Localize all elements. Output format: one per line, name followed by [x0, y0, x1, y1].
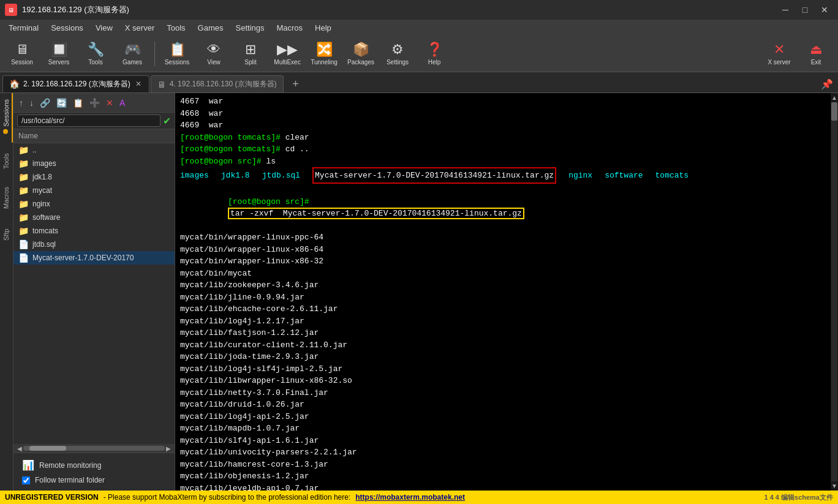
horizontal-scrollbar-track[interactable] — [23, 446, 165, 451]
term-line-20: mycat/lib/netty-3.7.0.Final.jar — [180, 387, 826, 399]
remote-monitoring-btn[interactable]: 📊 Remote monitoring — [17, 457, 171, 473]
fm-btn-font[interactable]: A — [118, 97, 127, 109]
sessions-label: Sessions — [165, 59, 190, 66]
toolbar-tunneling[interactable]: 🔀 Tunneling — [307, 38, 341, 70]
file-item-jdk18[interactable]: 📁 jdk1.8 — [13, 170, 175, 184]
file-name-tomcats: tomcats — [32, 227, 170, 235]
term-tar-cmd: [root@bogon src]# tar -zxvf Mycat-server… — [180, 184, 826, 231]
toolbar-exit[interactable]: ⏏ Exit — [799, 38, 833, 70]
file-item-nginx[interactable]: 📁 nginx — [13, 197, 175, 211]
toolbar-games[interactable]: 🎮 Games — [115, 38, 149, 70]
file-item-images[interactable]: 📁 images — [13, 157, 175, 170]
maximize-button[interactable]: □ — [796, 4, 813, 16]
fm-btn-delete[interactable]: ✕ — [104, 97, 115, 109]
tab-label-2: 4. 192.168.126.130 (京淘服务器) — [170, 79, 277, 89]
toolbar-settings[interactable]: ⚙ Settings — [380, 38, 415, 70]
menu-help[interactable]: Help — [309, 22, 338, 34]
file-item-mycat-tar[interactable]: 📄 Mycat-server-1.7.0-DEV-20170 — [13, 251, 175, 265]
terminal-content[interactable]: 4667 war 4668 war 4669 war [root@bogon t… — [175, 93, 831, 491]
folder-icon-jdk18: 📁 — [18, 172, 29, 182]
term-line-17: mycat/lib/joda-time-2.9.3.jar — [180, 351, 826, 363]
tab-active-1[interactable]: 🏠 2. 192.168.126.129 (京淘服务器) ✕ — [2, 75, 149, 92]
new-tab-button[interactable]: + — [287, 75, 304, 92]
term-line-25: mycat/lib/univocity-parsers-2.2.1.jar — [180, 446, 826, 459]
toolbar-xserver[interactable]: ✕ X server — [762, 38, 796, 70]
term-line-8: mycat/bin/wrapper-linux-x86-64 — [180, 244, 826, 256]
menu-games[interactable]: Games — [192, 22, 230, 34]
fm-btn-download[interactable]: ↓ — [28, 97, 36, 109]
horizontal-scrollbar-thumb[interactable] — [29, 446, 66, 451]
tab-label-1: 2. 192.168.126.129 (京淘服务器) — [23, 79, 130, 89]
menu-view[interactable]: View — [89, 22, 119, 34]
term-line-24: mycat/lib/slf4j-api-1.6.1.jar — [180, 435, 826, 447]
statusbar-support-text: - Please support MobaXterm by subscribin… — [104, 493, 351, 502]
path-input[interactable] — [17, 115, 160, 127]
games-label: Games — [123, 59, 142, 66]
vscroll-thumb[interactable] — [831, 102, 837, 121]
scroll-left-arrow[interactable]: ◀ — [16, 445, 23, 452]
toolbar-packages[interactable]: 📦 Packages — [344, 38, 378, 70]
menu-macros[interactable]: Macros — [270, 22, 309, 34]
statusbar-link[interactable]: https://mobaxterm.mobatek.net — [355, 493, 465, 502]
term-line-3: 4669 war — [180, 119, 826, 132]
vscroll-track[interactable] — [831, 102, 837, 481]
toolbar-multiexec[interactable]: ▶▶ MultiExec — [270, 38, 304, 70]
path-confirm-icon[interactable]: ✔ — [163, 115, 171, 127]
menu-xserver[interactable]: X server — [119, 22, 160, 34]
term-line-19: mycat/lib/libwrapper-linux-x86-32.so — [180, 375, 826, 387]
multiexec-label: MultiExec — [274, 59, 300, 66]
toolbar-tools[interactable]: 🔧 Tools — [78, 38, 113, 70]
menu-sessions[interactable]: Sessions — [45, 22, 89, 34]
folder-icon-images: 📁 — [18, 159, 29, 168]
tabbar-pin-icon[interactable]: 📌 — [818, 76, 836, 92]
folder-icon-nginx: 📁 — [18, 199, 29, 209]
fm-btn-refresh[interactable]: 🔄 — [55, 97, 69, 109]
toolbar-session[interactable]: 🖥 Session — [5, 38, 39, 70]
tar-command: tar -zxvf Mycat-server-1.7.0-DEV-2017041… — [228, 208, 524, 219]
toolbar-help[interactable]: ❓ Help — [417, 38, 451, 70]
fm-btn-add[interactable]: ➕ — [88, 97, 102, 109]
file-item-mycat[interactable]: 📁 mycat — [13, 184, 175, 197]
left-tab-sessions[interactable]: Sessions — [0, 93, 13, 143]
file-name-mycat-tar: Mycat-server-1.7.0-DEV-20170 — [32, 254, 170, 262]
ls-tomcats: tomcats — [655, 168, 689, 182]
follow-terminal-checkbox[interactable] — [22, 476, 30, 484]
help-icon: ❓ — [426, 42, 443, 58]
toolbar-separator-1 — [154, 42, 155, 66]
fm-btn-upload[interactable]: ↑ — [17, 97, 25, 109]
tab-close-1[interactable]: ✕ — [134, 80, 143, 88]
menu-tools[interactable]: Tools — [160, 22, 191, 34]
term-line-11: mycat/lib/zookeeper-3.4.6.jar — [180, 279, 826, 291]
term-line-26: mycat/lib/hamcrest-core-1.3.jar — [180, 459, 826, 471]
term-line-7: mycat/bin/wrapper-linux-ppc-64 — [180, 231, 826, 244]
sidebar-scrollbar[interactable]: ◀ ▶ — [13, 444, 175, 453]
vscroll-up-arrow[interactable]: ▲ — [830, 93, 838, 102]
file-item-dotdot[interactable]: 📁 .. — [13, 143, 175, 157]
fm-btn-link[interactable]: 🔗 — [38, 97, 52, 109]
fm-btn-copy[interactable]: 📋 — [71, 97, 85, 109]
right-vscrollbar[interactable]: ▲ ▼ — [831, 93, 838, 491]
toolbar-view[interactable]: 👁 View — [197, 38, 231, 70]
toolbar-split[interactable]: ⊞ Split — [233, 38, 268, 70]
file-item-jtdb[interactable]: 📄 jtdb.sql — [13, 238, 175, 251]
toolbar-sessions[interactable]: 📋 Sessions — [160, 38, 194, 70]
close-button[interactable]: ✕ — [816, 4, 833, 16]
left-tab-macros[interactable]: Macros — [0, 179, 13, 216]
ls-mycat-tar: Mycat-server-1.7.0-DEV-20170416134921-li… — [312, 167, 556, 184]
term-line-27: mycat/lib/objenesis-1.2.jar — [180, 470, 826, 483]
file-item-tomcats[interactable]: 📁 tomcats — [13, 224, 175, 238]
menu-terminal[interactable]: Terminal — [2, 22, 45, 34]
monitor-icon: 📊 — [22, 459, 34, 471]
vscroll-down-arrow[interactable]: ▼ — [830, 481, 838, 491]
tunneling-icon: 🔀 — [316, 42, 333, 58]
tab-inactive-2[interactable]: 🖥 4. 192.168.126.130 (京淘服务器) — [151, 75, 284, 92]
scroll-right-arrow[interactable]: ▶ — [165, 445, 172, 452]
toolbar-servers[interactable]: 🔲 Servers — [42, 38, 76, 70]
left-tab-tools[interactable]: Tools — [0, 143, 13, 179]
term-line-22: mycat/lib/log4j-api-2.5.jar — [180, 411, 826, 423]
statusbar-unregistered: UNREGISTERED VERSION — [5, 493, 99, 502]
file-item-software[interactable]: 📁 software — [13, 211, 175, 224]
left-tab-sftp[interactable]: Sftp — [0, 216, 13, 253]
minimize-button[interactable]: ─ — [777, 4, 794, 16]
menu-settings[interactable]: Settings — [230, 22, 271, 34]
